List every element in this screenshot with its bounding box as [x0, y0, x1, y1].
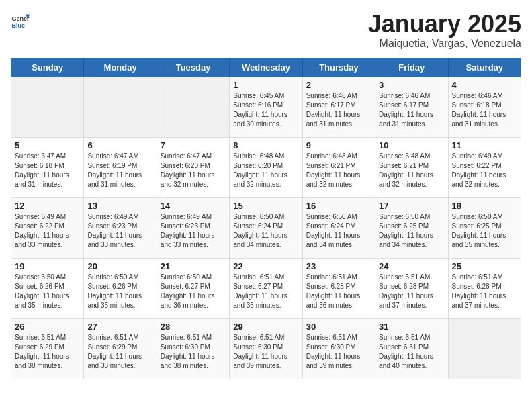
day-number: 16 [306, 201, 371, 211]
day-number: 26 [15, 322, 80, 332]
day-info: Sunrise: 6:45 AMSunset: 6:16 PMDaylight:… [233, 91, 298, 129]
header-day-sunday: Sunday [11, 58, 84, 77]
day-info: Sunrise: 6:47 AMSunset: 6:19 PMDaylight:… [87, 152, 152, 189]
day-info: Sunrise: 6:51 AMSunset: 6:29 PMDaylight:… [15, 333, 80, 371]
svg-text:Blue: Blue [11, 22, 25, 29]
day-info: Sunrise: 6:51 AMSunset: 6:28 PMDaylight:… [306, 273, 371, 310]
calendar-week-3: 12Sunrise: 6:49 AMSunset: 6:22 PMDayligh… [11, 197, 521, 258]
day-number: 11 [452, 140, 517, 150]
day-info: Sunrise: 6:51 AMSunset: 6:30 PMDaylight:… [306, 333, 371, 371]
day-info: Sunrise: 6:46 AMSunset: 6:18 PMDaylight:… [452, 91, 517, 129]
day-info: Sunrise: 6:50 AMSunset: 6:25 PMDaylight:… [379, 212, 444, 250]
day-info: Sunrise: 6:50 AMSunset: 6:25 PMDaylight:… [452, 212, 517, 250]
day-info: Sunrise: 6:50 AMSunset: 6:26 PMDaylight:… [15, 273, 80, 310]
calendar-cell: 9Sunrise: 6:48 AMSunset: 6:21 PMDaylight… [302, 137, 375, 197]
logo-icon: General Blue [11, 11, 30, 30]
day-number: 14 [161, 201, 226, 211]
calendar-cell: 22Sunrise: 6:51 AMSunset: 6:27 PMDayligh… [230, 258, 302, 318]
logo: General Blue [11, 11, 30, 30]
page-title: January 2025 [368, 11, 521, 38]
calendar-cell: 12Sunrise: 6:49 AMSunset: 6:22 PMDayligh… [11, 197, 84, 258]
day-info: Sunrise: 6:49 AMSunset: 6:23 PMDaylight:… [87, 212, 152, 250]
day-info: Sunrise: 6:50 AMSunset: 6:26 PMDaylight:… [87, 273, 152, 310]
day-number: 3 [379, 80, 444, 90]
calendar-week-5: 26Sunrise: 6:51 AMSunset: 6:29 PMDayligh… [11, 318, 521, 379]
calendar-cell: 4Sunrise: 6:46 AMSunset: 6:18 PMDaylight… [448, 77, 521, 137]
day-number: 1 [233, 80, 298, 90]
day-number: 27 [87, 322, 152, 332]
day-info: Sunrise: 6:51 AMSunset: 6:29 PMDaylight:… [87, 333, 152, 371]
day-info: Sunrise: 6:50 AMSunset: 6:24 PMDaylight:… [306, 212, 371, 250]
calendar-cell: 2Sunrise: 6:46 AMSunset: 6:17 PMDaylight… [302, 77, 375, 137]
calendar-cell: 28Sunrise: 6:51 AMSunset: 6:30 PMDayligh… [157, 318, 229, 379]
day-info: Sunrise: 6:51 AMSunset: 6:30 PMDaylight:… [161, 333, 226, 371]
calendar-cell: 6Sunrise: 6:47 AMSunset: 6:19 PMDaylight… [84, 137, 157, 197]
calendar-cell: 20Sunrise: 6:50 AMSunset: 6:26 PMDayligh… [84, 258, 157, 318]
calendar-cell: 31Sunrise: 6:51 AMSunset: 6:31 PMDayligh… [375, 318, 448, 379]
day-number: 4 [452, 80, 517, 90]
calendar-week-4: 19Sunrise: 6:50 AMSunset: 6:26 PMDayligh… [11, 258, 521, 318]
calendar-cell: 8Sunrise: 6:48 AMSunset: 6:20 PMDaylight… [230, 137, 302, 197]
day-number: 30 [306, 322, 371, 332]
day-info: Sunrise: 6:50 AMSunset: 6:24 PMDaylight:… [233, 212, 298, 250]
day-info: Sunrise: 6:46 AMSunset: 6:17 PMDaylight:… [379, 91, 444, 129]
calendar-cell: 30Sunrise: 6:51 AMSunset: 6:30 PMDayligh… [302, 318, 375, 379]
calendar-cell: 25Sunrise: 6:51 AMSunset: 6:28 PMDayligh… [448, 258, 521, 318]
day-number: 13 [87, 201, 152, 211]
day-number: 15 [233, 201, 298, 211]
day-number: 7 [161, 140, 226, 150]
day-info: Sunrise: 6:47 AMSunset: 6:18 PMDaylight:… [15, 152, 80, 189]
calendar-cell: 18Sunrise: 6:50 AMSunset: 6:25 PMDayligh… [448, 197, 521, 258]
day-number: 18 [452, 201, 517, 211]
day-info: Sunrise: 6:51 AMSunset: 6:31 PMDaylight:… [379, 333, 444, 371]
calendar-cell: 26Sunrise: 6:51 AMSunset: 6:29 PMDayligh… [11, 318, 84, 379]
day-info: Sunrise: 6:49 AMSunset: 6:22 PMDaylight:… [452, 152, 517, 189]
day-number: 21 [161, 261, 226, 271]
day-number: 12 [15, 201, 80, 211]
day-info: Sunrise: 6:48 AMSunset: 6:20 PMDaylight:… [233, 152, 298, 189]
calendar-cell: 5Sunrise: 6:47 AMSunset: 6:18 PMDaylight… [11, 137, 84, 197]
day-info: Sunrise: 6:46 AMSunset: 6:17 PMDaylight:… [306, 91, 371, 129]
header-day-friday: Friday [375, 58, 448, 77]
day-number: 6 [87, 140, 152, 150]
day-number: 23 [306, 261, 371, 271]
day-number: 9 [306, 140, 371, 150]
calendar-cell: 14Sunrise: 6:49 AMSunset: 6:23 PMDayligh… [157, 197, 229, 258]
header-day-thursday: Thursday [302, 58, 375, 77]
day-info: Sunrise: 6:49 AMSunset: 6:23 PMDaylight:… [161, 212, 226, 250]
page-header: General Blue January 2025 Maiquetia, Var… [11, 11, 521, 50]
calendar-cell: 29Sunrise: 6:51 AMSunset: 6:30 PMDayligh… [230, 318, 302, 379]
day-info: Sunrise: 6:47 AMSunset: 6:20 PMDaylight:… [161, 152, 226, 189]
day-number: 28 [161, 322, 226, 332]
calendar-cell: 17Sunrise: 6:50 AMSunset: 6:25 PMDayligh… [375, 197, 448, 258]
day-info: Sunrise: 6:48 AMSunset: 6:21 PMDaylight:… [379, 152, 444, 189]
calendar-table: SundayMondayTuesdayWednesdayThursdayFrid… [11, 58, 521, 379]
header-day-monday: Monday [84, 58, 157, 77]
day-number: 24 [379, 261, 444, 271]
title-block: January 2025 Maiquetia, Vargas, Venezuel… [368, 11, 521, 50]
calendar-cell: 23Sunrise: 6:51 AMSunset: 6:28 PMDayligh… [302, 258, 375, 318]
calendar-cell: 11Sunrise: 6:49 AMSunset: 6:22 PMDayligh… [448, 137, 521, 197]
day-info: Sunrise: 6:51 AMSunset: 6:27 PMDaylight:… [233, 273, 298, 310]
day-number: 5 [15, 140, 80, 150]
day-number: 25 [452, 261, 517, 271]
day-info: Sunrise: 6:51 AMSunset: 6:30 PMDaylight:… [233, 333, 298, 371]
calendar-cell [11, 77, 84, 137]
day-number: 29 [233, 322, 298, 332]
calendar-cell: 27Sunrise: 6:51 AMSunset: 6:29 PMDayligh… [84, 318, 157, 379]
page-subtitle: Maiquetia, Vargas, Venezuela [368, 38, 521, 50]
calendar-cell: 3Sunrise: 6:46 AMSunset: 6:17 PMDaylight… [375, 77, 448, 137]
day-number: 22 [233, 261, 298, 271]
day-number: 20 [87, 261, 152, 271]
calendar-header-row: SundayMondayTuesdayWednesdayThursdayFrid… [11, 58, 521, 77]
calendar-cell [157, 77, 229, 137]
calendar-cell: 24Sunrise: 6:51 AMSunset: 6:28 PMDayligh… [375, 258, 448, 318]
calendar-cell [84, 77, 157, 137]
header-day-tuesday: Tuesday [157, 58, 229, 77]
calendar-week-1: 1Sunrise: 6:45 AMSunset: 6:16 PMDaylight… [11, 77, 521, 137]
header-day-saturday: Saturday [448, 58, 521, 77]
day-info: Sunrise: 6:51 AMSunset: 6:28 PMDaylight:… [452, 273, 517, 310]
day-number: 10 [379, 140, 444, 150]
calendar-cell: 7Sunrise: 6:47 AMSunset: 6:20 PMDaylight… [157, 137, 229, 197]
day-number: 17 [379, 201, 444, 211]
